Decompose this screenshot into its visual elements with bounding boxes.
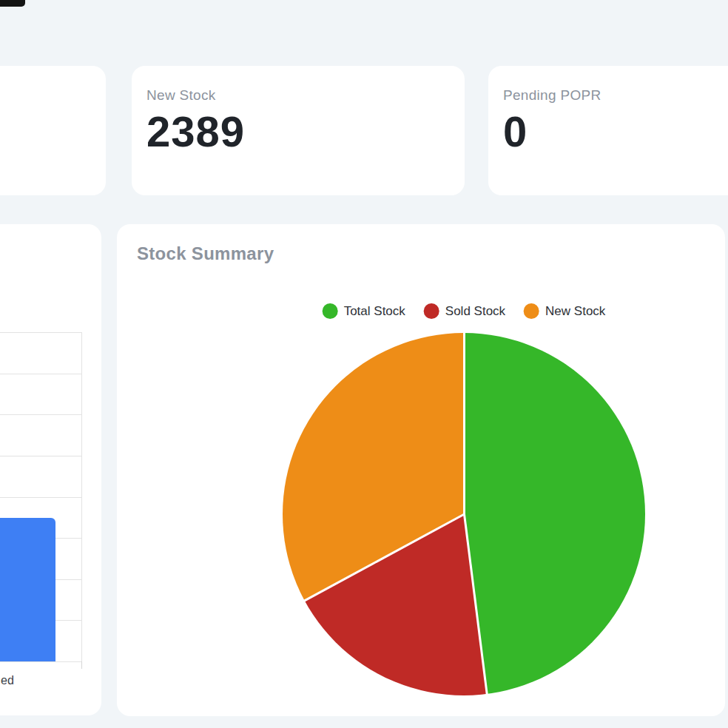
- pending-popr-label: Pending POPR: [503, 87, 728, 104]
- legend-label: Sold Stock: [445, 304, 505, 319]
- pending-popr-value: 0: [503, 109, 728, 155]
- bar-axis-label: ed: [1, 674, 14, 687]
- gridline: [0, 456, 81, 456]
- bar-axis-tick: [81, 661, 82, 669]
- stat-card-pending-popr: Pending POPR 0: [488, 66, 728, 195]
- legend-dot: [524, 303, 539, 319]
- bar-chart-plot[interactable]: [0, 332, 82, 661]
- chart-legend: Total StockSold StockNew Stock: [323, 303, 606, 319]
- legend-label: Total Stock: [344, 304, 405, 319]
- gridline: [0, 332, 81, 333]
- legend-dot: [424, 303, 439, 319]
- legend-item[interactable]: New Stock: [524, 303, 605, 319]
- stat-card-new-stock: New Stock 2389: [132, 66, 465, 195]
- stock-summary-title: Stock Summary: [137, 243, 274, 264]
- legend-item[interactable]: Sold Stock: [424, 303, 505, 319]
- gridline: [0, 497, 81, 498]
- stat-card-partial: [0, 66, 106, 195]
- legend-dot: [323, 303, 338, 319]
- legend-item[interactable]: Total Stock: [323, 303, 405, 319]
- new-stock-label: New Stock: [146, 87, 465, 104]
- legend-label: New Stock: [545, 304, 605, 319]
- corner-fragment: [0, 0, 25, 7]
- gridline: [0, 374, 81, 374]
- gridline: [0, 661, 81, 662]
- gridline: [0, 414, 81, 415]
- new-stock-value: 2389: [146, 109, 465, 155]
- dashboard-page: New Stock 2389 Pending POPR 0 ed Stock S…: [0, 0, 728, 728]
- bar-series-bar[interactable]: [0, 518, 55, 661]
- pie-slice-separator: [463, 331, 465, 514]
